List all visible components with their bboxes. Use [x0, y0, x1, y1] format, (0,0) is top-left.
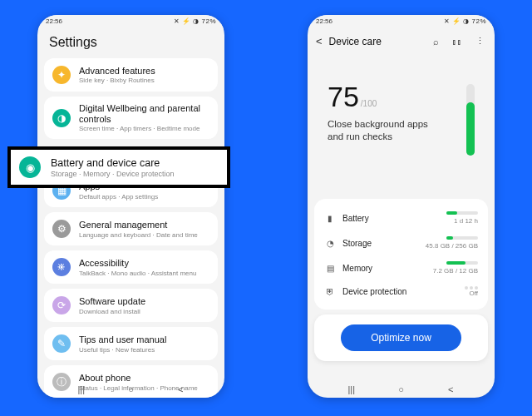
settings-item-battery-device-care-highlight[interactable]: ◉ Battery and device care Storage · Memo… [7, 146, 230, 188]
storage-icon: ◔ [324, 239, 336, 248]
stat-value: 45.8 GB / 256 GB [426, 242, 478, 250]
stat-label: Memory [342, 264, 431, 273]
item-title: Digital Wellbeing and parental controls [79, 103, 209, 124]
status-time: 22:56 [46, 17, 62, 30]
gear-icon: ⚙ [52, 220, 71, 238]
score-message: Close background apps and run checks [328, 118, 444, 143]
status-right-icons: ✕ ⚡ ◑ 72% [174, 17, 216, 30]
item-subtitle: Storage · Memory · Device protection [51, 170, 175, 178]
stat-bar [446, 211, 478, 215]
item-subtitle: Language and keyboard · Date and time [79, 231, 209, 239]
settings-list: ✦ Advanced features Side key · Bixby Rou… [37, 58, 224, 398]
item-subtitle: Download and install [79, 308, 209, 315]
nav-bar: ||| ○ < [37, 381, 224, 398]
status-right-icons: ✕ ⚡ ◑ 72% [444, 17, 486, 30]
stat-label: Storage [342, 239, 426, 248]
more-icon[interactable]: ⋮ [475, 36, 485, 47]
back-button[interactable]: < [175, 384, 186, 394]
memory-icon: ▤ [324, 264, 336, 273]
stat-row-storage[interactable]: ◔ Storage 45.8 GB / 256 GB [323, 230, 480, 255]
accessibility-icon: ⛯ [52, 258, 71, 276]
wellbeing-icon: ◑ [52, 109, 71, 127]
stat-value: Off [431, 290, 478, 297]
item-subtitle: Screen time · App timers · Bedtime mode [79, 125, 209, 132]
score-section: 75/100 Close background apps and run che… [308, 51, 495, 164]
item-title: Advanced features [79, 66, 209, 77]
back-icon[interactable]: < [316, 35, 323, 47]
stat-label: Device protection [342, 287, 431, 296]
device-care-phone: 22:56 ✕ ⚡ ◑ 72% < Device care ⌕ ⫾⫾ ⋮ 75/… [308, 15, 495, 398]
stat-row-memory[interactable]: ▤ Memory 7.2 GB / 12 GB [323, 255, 480, 280]
back-button[interactable]: < [445, 384, 456, 394]
stat-row-device-protection[interactable]: ⛨ Device protection Off [323, 280, 480, 303]
item-subtitle: Side key · Bixby Routines [79, 77, 209, 84]
home-button[interactable]: ○ [126, 384, 137, 394]
shield-icon: ⛨ [324, 287, 336, 296]
search-icon[interactable]: ⌕ [433, 37, 439, 47]
header-title: Device care [329, 36, 420, 47]
stat-label: Battery [342, 214, 431, 223]
settings-phone: 22:56 ✕ ⚡ ◑ 72% Settings ✦ Advanced feat… [37, 15, 224, 398]
recents-button[interactable]: ||| [346, 384, 357, 394]
star-icon: ✦ [52, 66, 71, 84]
tips-icon: ✎ [52, 334, 71, 353]
item-title: Battery and device care [51, 157, 175, 169]
update-icon: ⟳ [52, 296, 71, 314]
item-subtitle: Useful tips · New features [79, 346, 209, 354]
settings-item-accessibility[interactable]: ⛯ Accessibility TalkBack · Mono audio · … [44, 250, 218, 284]
score-gauge [466, 84, 475, 156]
settings-item-advanced-features[interactable]: ✦ Advanced features Side key · Bixby Rou… [44, 58, 218, 92]
item-title: Software update [79, 296, 209, 307]
recents-button[interactable]: ||| [76, 384, 87, 394]
page-title: Settings [37, 30, 224, 58]
nav-bar: ||| ○ < [308, 381, 495, 398]
stats-card: ▮ Battery 1 d 12 h ◔ Storage 45.8 GB / 2… [314, 199, 488, 310]
device-care-header: < Device care ⌕ ⫾⫾ ⋮ [308, 30, 495, 51]
score-outof: /100 [361, 99, 377, 108]
item-subtitle: TalkBack · Mono audio · Assistant menu [79, 270, 209, 277]
optimize-now-button[interactable]: Optimize now [341, 324, 461, 351]
stat-value: 1 d 12 h [431, 217, 478, 225]
item-subtitle: Default apps · App settings [79, 193, 209, 201]
settings-item-general-management[interactable]: ⚙ General management Language and keyboa… [44, 212, 218, 245]
score-value: 75 [328, 81, 359, 112]
battery-icon: ▮ [324, 214, 336, 223]
status-bar: 22:56 ✕ ⚡ ◑ 72% [308, 15, 495, 30]
chart-icon[interactable]: ⫾⫾ [452, 37, 462, 47]
stat-row-battery[interactable]: ▮ Battery 1 d 12 h [323, 206, 480, 230]
stat-bar [446, 261, 478, 265]
home-button[interactable]: ○ [396, 384, 407, 394]
stat-bar [446, 236, 478, 240]
item-title: Tips and user manual [79, 334, 209, 345]
settings-item-digital-wellbeing[interactable]: ◑ Digital Wellbeing and parental control… [44, 97, 218, 139]
status-time: 22:56 [316, 17, 332, 30]
device-care-icon: ◉ [19, 156, 41, 178]
item-title: Accessibility [79, 258, 209, 269]
optimize-card: Optimize now [314, 314, 488, 361]
stat-value: 7.2 GB / 12 GB [431, 267, 478, 275]
item-title: General management [79, 220, 209, 230]
status-bar: 22:56 ✕ ⚡ ◑ 72% [37, 15, 224, 30]
settings-item-software-update[interactable]: ⟳ Software update Download and install [44, 289, 218, 322]
settings-item-tips[interactable]: ✎ Tips and user manual Useful tips · New… [44, 327, 218, 360]
